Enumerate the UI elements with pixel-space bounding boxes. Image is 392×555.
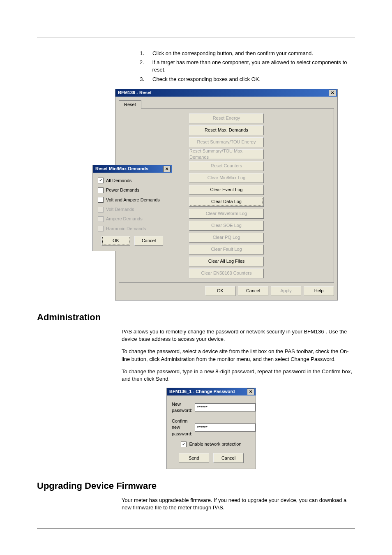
upgrading-heading: Upgrading Device Firmware (37, 480, 355, 493)
demand-option-row: Power Demands (98, 187, 167, 193)
demand-option-checkbox (98, 216, 104, 222)
demand-option-checkbox (98, 226, 104, 231)
reset-action-button: Clear Fault Log (189, 245, 264, 254)
cancel-button[interactable]: Cancel (213, 453, 244, 463)
mini-dialog-title: Reset Min/Max Demands (95, 166, 148, 172)
confirm-password-label: Confirm new password: (172, 418, 192, 437)
demand-option-label: Volt Demands (106, 206, 134, 213)
new-password-field[interactable] (195, 403, 256, 412)
demand-option-label: Volt and Ampere Demands (106, 197, 160, 203)
pw-dialog-titlebar[interactable]: BFM136_1 - Change Password ✕ (167, 388, 256, 395)
demand-option-label: All Demands (106, 178, 131, 184)
demand-option-checkbox[interactable]: ✓ (98, 178, 104, 183)
demand-option-checkbox[interactable] (98, 187, 104, 193)
step-2: 2. If a target has more than one compone… (138, 59, 355, 74)
reset-action-button: Clear PQ Log (189, 233, 264, 243)
demand-option-label: Ampere Demands (106, 216, 143, 222)
pw-dialog-title: BFM136_1 - Change Password (169, 388, 235, 395)
apply-button: Apply (271, 286, 301, 296)
ok-button[interactable]: OK (101, 236, 130, 246)
tab-reset[interactable]: Reset (119, 100, 141, 109)
demand-option-row: Ampere Demands (98, 216, 167, 222)
reset-min-max-dialog: Reset Min/Max Demands ✕ ✓All DemandsPowe… (92, 165, 172, 251)
step-1: 1. Click on the corresponding button, an… (138, 50, 355, 57)
reset-action-button: Clear Waveform Log (189, 209, 264, 219)
reset-action-button[interactable]: Clear Data Log (189, 197, 264, 207)
reset-action-button: Clear Min/Max Log (189, 173, 264, 183)
reset-dialog-title: BFM136 - Reset (118, 90, 152, 96)
demand-option-checkbox (98, 207, 104, 213)
demand-option-row: Volt Demands (98, 206, 167, 213)
administration-p2: To change the password, select a device … (37, 348, 355, 363)
confirm-password-field[interactable] (195, 423, 256, 432)
close-icon[interactable]: ✕ (247, 388, 254, 395)
send-button[interactable]: Send (179, 453, 209, 463)
reset-action-button: Reset Summary/TOU Max. Demands (189, 149, 264, 159)
demand-option-checkbox[interactable] (98, 197, 104, 203)
cancel-button[interactable]: Cancel (134, 236, 163, 246)
step-3-num: 3. (138, 76, 144, 83)
reset-action-button[interactable]: Clear Event Log (189, 185, 264, 195)
upgrading-p1: Your meter has upgradeable firmware. If … (37, 497, 355, 511)
step-1-num: 1. (138, 50, 144, 57)
steps-list: 1. Click on the corresponding button, an… (37, 50, 355, 83)
demand-option-row: Volt and Ampere Demands (98, 197, 167, 203)
step-1-text: Click on the corresponding button, and t… (152, 50, 355, 57)
step-3-text: Check the corresponding boxes and click … (152, 76, 355, 83)
ok-button[interactable]: OK (205, 286, 235, 296)
reset-dialog-titlebar[interactable]: BFM136 - Reset ✕ (115, 89, 337, 97)
help-button[interactable]: Help (304, 286, 334, 296)
demand-option-label: Harmonic Demands (106, 226, 146, 232)
mini-dialog-titlebar[interactable]: Reset Min/Max Demands ✕ (93, 165, 172, 173)
step-3: 3. Check the corresponding boxes and cli… (138, 76, 355, 83)
reset-action-button: Reset Energy (189, 113, 264, 123)
reset-action-button: Reset Summary/TOU Energy (189, 137, 264, 147)
enable-network-protection-label: Enable network protection (189, 441, 241, 447)
reset-action-button[interactable]: Clear All Log Files (189, 257, 264, 266)
step-2-text: If a target has more than one component,… (152, 59, 355, 74)
enable-network-protection-checkbox[interactable]: ✓ (181, 442, 187, 447)
bottom-rule (37, 528, 355, 529)
close-icon[interactable]: ✕ (329, 90, 336, 96)
change-password-dialog: BFM136_1 - Change Password ✕ New passwor… (166, 388, 256, 469)
reset-dialog-bottom-buttons: OK Cancel Apply Help (119, 286, 334, 296)
reset-action-button[interactable]: Reset Max. Demands (189, 125, 264, 135)
reset-dialog-tabstrip: Reset (119, 100, 141, 108)
administration-heading: Administration (37, 311, 355, 324)
demand-option-label: Power Demands (106, 187, 139, 193)
administration-p3: To change the password, type in a new 8-… (37, 368, 355, 383)
step-2-num: 2. (138, 59, 144, 74)
demand-option-row: Harmonic Demands (98, 226, 167, 232)
administration-p1: PAS allows you to remotely change the pa… (37, 328, 355, 343)
reset-action-button: Clear EN50160 Counters (189, 268, 264, 278)
cancel-button[interactable]: Cancel (238, 286, 268, 296)
demand-option-row: ✓All Demands (98, 178, 167, 184)
reset-action-button: Clear SOE Log (189, 221, 264, 231)
close-icon[interactable]: ✕ (163, 166, 171, 172)
reset-action-button: Reset Counters (189, 161, 264, 171)
new-password-label: New password: (172, 401, 192, 414)
top-rule (37, 37, 355, 37)
